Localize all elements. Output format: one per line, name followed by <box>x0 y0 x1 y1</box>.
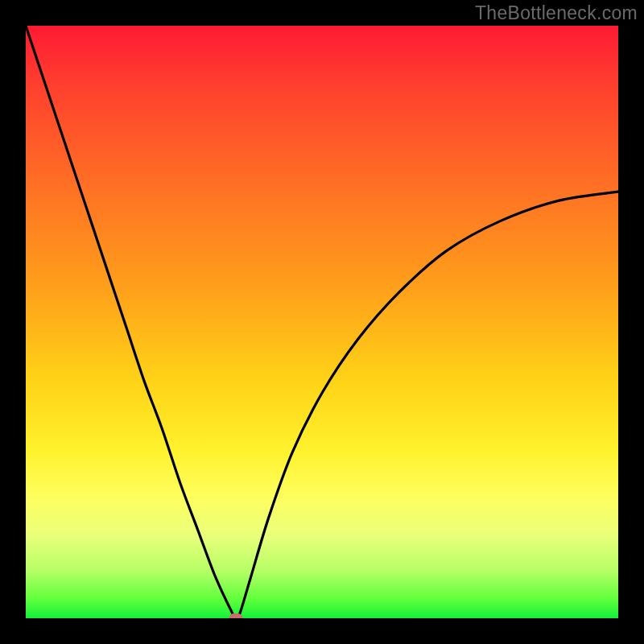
watermark-text: TheBottleneck.com <box>475 2 638 24</box>
chart-frame: TheBottleneck.com <box>0 0 644 644</box>
bottleneck-curve <box>26 26 618 618</box>
plot-area <box>26 26 618 618</box>
optimal-marker <box>229 613 243 618</box>
